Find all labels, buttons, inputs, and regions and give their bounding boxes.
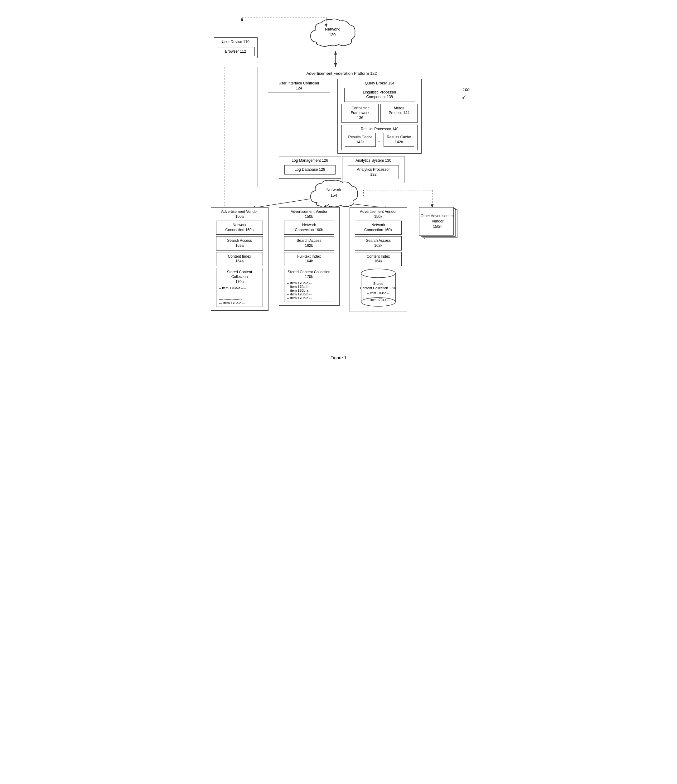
vendor-a-label: Advertisement Vendor150a xyxy=(214,209,266,219)
net-conn-a-label: NetworkConnection 160a xyxy=(219,223,260,232)
merge-label: MergeProcess 144 xyxy=(383,106,415,116)
vendor-k-box: Advertisement Vendor150k NetworkConnecti… xyxy=(349,207,407,312)
stored-content-a-label: Stored Content Collection170a xyxy=(219,270,260,285)
ref-number: 100 xyxy=(463,87,470,92)
user-device-label: User Device 110 xyxy=(217,40,255,45)
net-conn-b-label: NetworkConnection 160b xyxy=(287,223,331,232)
svg-line-7 xyxy=(251,199,310,208)
linguistic-box: Linguistic ProcessorComponent 138 xyxy=(344,88,415,102)
merge-box: MergeProcess 144 xyxy=(381,104,418,123)
results-cache-a-box: Results Cache142a xyxy=(345,133,376,147)
search-access-k-label: Search Access162k xyxy=(358,238,399,248)
analytics-processor-box: Analytics Processor132 xyxy=(348,165,399,179)
content-index-k-label: Content Index164k xyxy=(358,254,399,264)
log-mgmt-label: Log Management 126 xyxy=(282,158,338,163)
stored-content-k-container: Stored Content Collection 170k -- item 1… xyxy=(355,268,402,308)
log-db-label: Log Database 128 xyxy=(287,167,333,172)
fulltext-index-b-box: Full-text Index164b xyxy=(284,252,334,266)
network120-label: Network120 xyxy=(307,26,357,38)
browser-box: Browser 112 xyxy=(217,47,255,56)
search-access-b-box: Search Access162b xyxy=(284,236,334,250)
adv-fed-platform-label: Advertisement Federation Platform 122 xyxy=(262,71,422,76)
vendor-b-box: Advertisement Vendor150b NetworkConnecti… xyxy=(279,207,340,306)
svg-point-15 xyxy=(361,269,395,278)
ui-controller-box: User Interface Controller124 xyxy=(268,79,330,93)
connector-box: ConnectorFramework136 xyxy=(342,104,379,123)
browser-label: Browser 112 xyxy=(220,49,252,54)
stored-content-b-box: Stored Content Collection170b -- item 17… xyxy=(284,268,334,302)
fulltext-index-b-label: Full-text Index164b xyxy=(287,254,331,264)
vendor-a-box: Advertisement Vendor150a NetworkConnecti… xyxy=(211,207,268,311)
user-device-box: User Device 110 Browser 112 xyxy=(214,37,257,58)
results-processor-box: Results Processor 140 Results Cache142a … xyxy=(342,124,418,151)
svg-text:-- item 170k-r --: -- item 170k-r -- xyxy=(368,298,389,302)
vendor-k-label: Advertisement Vendor150k xyxy=(353,209,404,219)
search-access-a-box: Search Access162a xyxy=(216,236,263,250)
search-access-a-label: Search Access162a xyxy=(219,238,260,248)
adv-fed-platform-box: Advertisement Federation Platform 122 Us… xyxy=(257,67,426,187)
net-conn-a-box: NetworkConnection 160a xyxy=(216,221,263,235)
ref-arrow: ↙ xyxy=(462,93,466,100)
net-conn-k-box: NetworkConnection 160k xyxy=(355,221,402,235)
results-cache-n-box: Results Cache142n xyxy=(384,133,414,147)
analytics-system-label: Analytics System 130 xyxy=(345,158,402,163)
log-db-box: Log Database 128 xyxy=(284,165,335,174)
results-cache-n-label: Results Cache142n xyxy=(386,135,411,145)
net-conn-b-box: NetworkConnection 160b xyxy=(284,221,334,235)
log-mgmt-box: Log Management 126 Log Database 128 xyxy=(279,156,341,178)
stored-content-b-label: Stored Content Collection170b xyxy=(287,270,331,280)
svg-text:Stored: Stored xyxy=(373,282,383,285)
content-index-k-box: Content Index164k xyxy=(355,252,402,266)
figure-caption: Figure 1 xyxy=(204,355,473,360)
query-broker-box: Query Broker 134 Linguistic ProcessorCom… xyxy=(337,79,421,154)
svg-text:-- item 170k-a --: -- item 170k-a -- xyxy=(367,291,389,295)
network120-cloud: Network120 xyxy=(307,17,357,54)
other-vendor-container: Other Advertisement Vendor150m xyxy=(419,207,468,246)
diagram: 100 ↙ User Device 110 Browser 112 Networ… xyxy=(204,6,473,349)
content-index-a-label: Content Index164a xyxy=(219,254,260,264)
vendor-b-label: Advertisement Vendor150b xyxy=(282,209,337,219)
search-access-b-label: Search Access162b xyxy=(287,238,331,248)
analytics-processor-label: Analytics Processor132 xyxy=(351,167,396,177)
ellipsis: ... xyxy=(377,133,382,147)
search-access-k-box: Search Access162k xyxy=(355,236,402,250)
ui-controller-label: User Interface Controller124 xyxy=(271,81,328,91)
content-index-a-box: Content Index164a xyxy=(216,252,263,266)
stored-content-a-box: Stored Content Collection170a -- item 17… xyxy=(216,268,263,307)
connector-label: ConnectorFramework136 xyxy=(344,106,376,121)
net-conn-k-label: NetworkConnection 160k xyxy=(358,223,399,232)
items-a: -- item 170a-a ---- --------------------… xyxy=(219,286,260,305)
svg-text:Content Collection 170k: Content Collection 170k xyxy=(360,286,397,290)
network154-label: Network154 xyxy=(307,187,360,198)
other-vendor-label: Other Advertisement Vendor150m xyxy=(419,213,457,229)
results-cache-a-label: Results Cache142a xyxy=(348,135,373,145)
query-broker-label: Query Broker 134 xyxy=(340,81,419,86)
results-processor-label: Results Processor 140 xyxy=(344,127,415,132)
items-b: -- item 170a-a -- -- item 170a-b -- -- i… xyxy=(287,281,331,300)
linguistic-label: Linguistic ProcessorComponent 138 xyxy=(347,90,412,100)
